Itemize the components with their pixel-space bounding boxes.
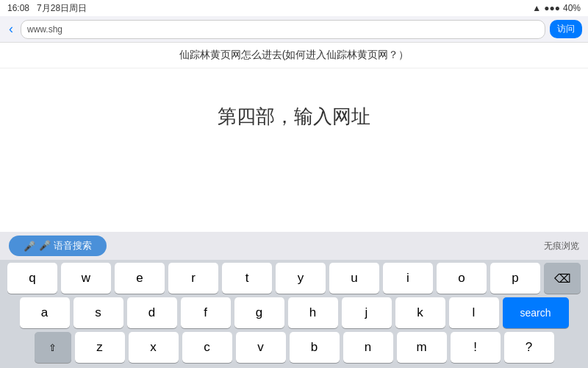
voice-search-button[interactable]: 🎤 🎤 语音搜索 — [9, 236, 107, 256]
key-i[interactable]: i — [383, 263, 433, 294]
signal-icon: ●●● — [544, 3, 560, 13]
key-question[interactable]: ? — [504, 332, 554, 363]
key-e[interactable]: e — [115, 263, 165, 294]
key-h[interactable]: h — [288, 297, 338, 328]
key-a[interactable]: a — [20, 297, 70, 328]
url-text: www.shg — [27, 24, 62, 35]
key-q[interactable]: q — [7, 263, 57, 294]
key-b[interactable]: b — [290, 332, 340, 363]
wifi-icon: ▲ — [532, 3, 541, 13]
microphone-icon: 🎤 — [24, 241, 35, 252]
key-x[interactable]: x — [129, 332, 179, 363]
date-display: 7月28日周日 — [37, 3, 87, 13]
key-r[interactable]: r — [168, 263, 218, 294]
delete-key[interactable]: ⌫ — [544, 263, 581, 294]
key-j[interactable]: j — [342, 297, 392, 328]
key-c[interactable]: c — [182, 332, 232, 363]
keyboard-rows: q w e r t y u i o p ⌫ a s d f g h j k l … — [0, 260, 588, 368]
keyboard-row-3: ⇧ z x c v b n m ! ? — [2, 332, 586, 363]
instruction-text: 第四部，输入网址 — [218, 104, 370, 130]
browser-bar: ‹ www.shg 访问 — [0, 16, 588, 43]
key-f[interactable]: f — [181, 297, 231, 328]
search-key[interactable]: search — [503, 297, 569, 328]
key-z[interactable]: z — [75, 332, 125, 363]
key-n[interactable]: n — [343, 332, 393, 363]
voice-search-label: 🎤 语音搜索 — [39, 239, 92, 252]
back-button[interactable]: ‹ — [6, 21, 16, 37]
key-p[interactable]: p — [490, 263, 540, 294]
time-display: 16:08 — [7, 3, 29, 13]
key-w[interactable]: w — [61, 263, 111, 294]
keyboard-row-1: q w e r t y u i o p ⌫ — [2, 263, 586, 294]
key-l[interactable]: l — [449, 297, 499, 328]
page-title-area: 仙踪林黄页网怎么进去(如何进入仙踪林黄页网？） — [0, 43, 588, 68]
key-g[interactable]: g — [234, 297, 284, 328]
key-exclaim[interactable]: ! — [451, 332, 501, 363]
main-content: 第四部，输入网址 — [0, 68, 588, 164]
key-k[interactable]: k — [395, 297, 445, 328]
status-right: ▲ ●●● 40% — [532, 3, 581, 13]
shift-key[interactable]: ⇧ — [35, 332, 71, 363]
key-s[interactable]: s — [74, 297, 123, 328]
key-o[interactable]: o — [437, 263, 487, 294]
voice-search-bar: 🎤 🎤 语音搜索 无痕浏览 — [0, 232, 588, 260]
battery-display: 40% — [563, 3, 581, 13]
page-title: 仙踪林黄页网怎么进去(如何进入仙踪林黄页网？） — [15, 49, 573, 62]
key-m[interactable]: m — [397, 332, 447, 363]
key-d[interactable]: d — [127, 297, 177, 328]
url-bar[interactable]: www.shg — [21, 20, 545, 39]
key-v[interactable]: v — [236, 332, 286, 363]
keyboard-row-2: a s d f g h j k l search — [2, 297, 586, 328]
private-mode-label: 无痕浏览 — [544, 240, 579, 252]
status-bar: 16:08 7月28日周日 ▲ ●●● 40% — [0, 0, 588, 16]
key-u[interactable]: u — [329, 263, 379, 294]
visit-button[interactable]: 访问 — [550, 20, 582, 38]
key-t[interactable]: t — [222, 263, 272, 294]
status-time: 16:08 7月28日周日 — [7, 2, 87, 15]
key-y[interactable]: y — [276, 263, 326, 294]
keyboard-container: 🎤 🎤 语音搜索 无痕浏览 q w e r t y u i o p ⌫ a s … — [0, 232, 588, 368]
